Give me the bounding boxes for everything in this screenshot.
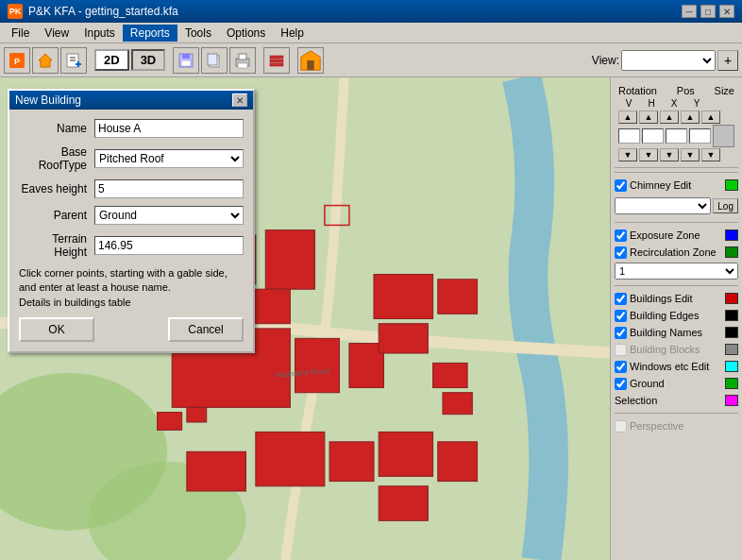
app-title: P&K KFA - getting_started.kfa [28, 5, 178, 18]
x-down-button[interactable]: ▼ [660, 148, 679, 161]
menu-inputs[interactable]: Inputs [76, 25, 123, 42]
size-up-button[interactable]: ▲ [701, 110, 720, 124]
recirculation-color[interactable] [725, 246, 738, 258]
exposure-color[interactable] [725, 229, 738, 241]
chimney-edit[interactable]: Edit [673, 179, 691, 191]
terrain-field-row: Terrain Height [19, 232, 244, 259]
toolbar-logo[interactable]: P [4, 47, 30, 74]
number-dropdown[interactable]: 1 [615, 263, 738, 280]
selection-label: Selection [615, 395, 657, 406]
toolbar-print[interactable] [229, 47, 256, 74]
chimney-color[interactable] [725, 179, 738, 191]
dialog-close-button[interactable]: ✕ [232, 93, 247, 107]
buildings-checkbox[interactable] [615, 293, 627, 305]
view-label: View: [592, 54, 619, 67]
ground-color[interactable] [725, 378, 738, 389]
building-names-checkbox[interactable] [615, 327, 627, 339]
toolbar-home[interactable] [32, 47, 59, 74]
y-down-button[interactable]: ▼ [681, 148, 700, 161]
y-value[interactable] [689, 128, 711, 144]
toolbar-copy[interactable] [201, 47, 228, 74]
svg-rect-10 [181, 60, 191, 66]
windows-edit[interactable]: Edit [691, 361, 709, 372]
dialog-titlebar[interactable]: New Building ✕ [9, 91, 253, 110]
buildings-label: Buildings [630, 293, 672, 304]
buildings-row: Buildings Edit [615, 291, 738, 306]
toolbar-new[interactable] [60, 47, 87, 74]
building-edges-checkbox[interactable] [615, 310, 627, 322]
view-plus-button[interactable]: + [717, 50, 738, 71]
menu-file[interactable]: File [4, 25, 37, 42]
app-icon: PK [8, 4, 23, 19]
x-value[interactable] [666, 128, 687, 144]
cancel-button[interactable]: Cancel [168, 317, 244, 342]
perspective-checkbox[interactable] [615, 420, 627, 433]
h-down-button[interactable]: ▼ [639, 148, 658, 161]
name-input[interactable] [94, 119, 244, 138]
ground-row: Ground [615, 376, 738, 391]
svg-rect-42 [379, 486, 428, 521]
view-select[interactable] [621, 50, 716, 71]
exposure-label: Exposure Zone [630, 229, 700, 241]
building-blocks-checkbox[interactable] [615, 344, 627, 356]
exposure-checkbox[interactable] [615, 229, 627, 242]
y-label: Y [686, 98, 707, 109]
size-down-button[interactable]: ▼ [701, 148, 720, 161]
perspective-row: Perspective [615, 418, 738, 433]
windows-color[interactable] [725, 361, 738, 372]
buildings-edit[interactable]: Edit [675, 293, 693, 304]
maximize-button[interactable]: □ [700, 5, 716, 18]
svg-rect-15 [238, 63, 247, 68]
log-button[interactable]: Log [713, 198, 738, 213]
building-blocks-label: Building Blocks [630, 344, 700, 355]
toolbar-save[interactable] [173, 47, 199, 74]
building-blocks-color[interactable] [725, 344, 738, 355]
mode-2d-button[interactable]: 2D [94, 49, 129, 71]
eaves-input[interactable] [94, 179, 244, 198]
menu-options[interactable]: Options [219, 25, 273, 42]
svg-rect-20 [308, 60, 314, 70]
minimize-button[interactable]: ─ [682, 5, 697, 18]
name-label: Name [19, 122, 94, 135]
recirculation-checkbox[interactable] [615, 246, 627, 259]
parent-select[interactable]: Ground [94, 206, 244, 225]
v-up-button[interactable]: ▲ [618, 110, 637, 124]
svg-rect-14 [239, 54, 246, 59]
buildings-color[interactable] [725, 293, 738, 304]
h-value[interactable] [642, 128, 664, 144]
chimney-dropdown[interactable] [615, 197, 711, 214]
svg-rect-32 [295, 338, 340, 392]
menu-reports[interactable]: Reports [123, 25, 177, 42]
v-down-button[interactable]: ▼ [618, 148, 637, 161]
svg-rect-39 [187, 451, 246, 491]
ground-checkbox[interactable] [615, 378, 627, 390]
v-value[interactable] [618, 128, 640, 144]
menu-help[interactable]: Help [273, 25, 312, 42]
parent-field-row: Parent Ground [19, 206, 244, 225]
building-edges-row: Building Edges [615, 308, 738, 323]
close-button[interactable]: ✕ [719, 5, 734, 18]
chimney-row: Chimney Edit [615, 178, 738, 193]
x-up-button[interactable]: ▲ [660, 110, 679, 124]
selection-color[interactable] [725, 395, 738, 406]
y-up-button[interactable]: ▲ [681, 110, 700, 124]
mode-3d-button[interactable]: 3D [131, 49, 166, 71]
building-names-row: Building Names [615, 325, 738, 340]
windows-label: Windows etc [630, 361, 688, 372]
toolbar-building[interactable] [297, 47, 324, 74]
ok-button[interactable]: OK [19, 317, 94, 342]
selection-row: Selection [615, 393, 738, 408]
menu-view[interactable]: View [37, 25, 76, 42]
h-up-button[interactable]: ▲ [639, 110, 658, 124]
chimney-checkbox[interactable] [615, 179, 627, 192]
toolbar-layers[interactable] [263, 47, 290, 74]
rooftype-select[interactable]: Pitched Roof [94, 149, 244, 168]
right-panel: Rotation Pos Size V H X Y ▲ ▲ ▲ ▲ ▲ [610, 77, 742, 560]
map-area[interactable]: Hadhams Road New Building ✕ Name Base Ro… [0, 77, 610, 560]
terrain-input[interactable] [94, 236, 244, 255]
menu-tools[interactable]: Tools [177, 25, 219, 42]
building-names-color[interactable] [725, 327, 738, 338]
building-edges-color[interactable] [725, 310, 738, 321]
toolbar: P 2D 3D [0, 43, 742, 77]
windows-checkbox[interactable] [615, 361, 627, 373]
